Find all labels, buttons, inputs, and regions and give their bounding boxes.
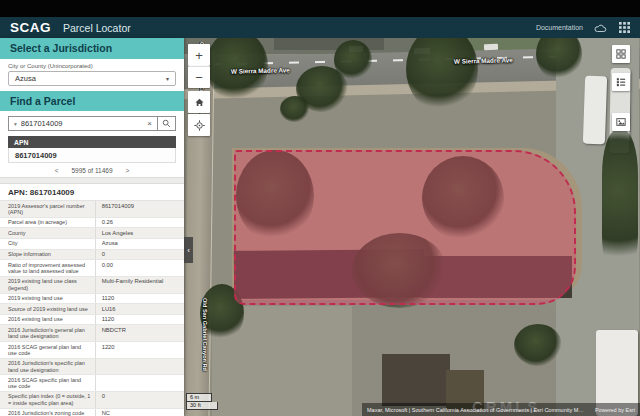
home-icon <box>194 97 205 108</box>
chevron-down-icon: ▾ <box>166 75 169 82</box>
row-value: 0 <box>96 392 184 408</box>
basemap-gallery-button[interactable] <box>612 45 630 63</box>
hedge <box>602 130 638 280</box>
next-page-button[interactable]: > <box>126 167 130 174</box>
table-row: County Los Angeles <box>0 228 184 239</box>
row-label: City <box>0 239 96 249</box>
legend-icon <box>616 77 626 87</box>
documentation-link[interactable]: Documentation <box>536 24 583 31</box>
table-row: Slope information 0 <box>0 250 184 261</box>
row-value: Los Angeles <box>96 228 184 238</box>
table-row: 2019 existing land use 1120 <box>0 294 184 305</box>
jurisdiction-selected-value: Azusa <box>15 74 36 83</box>
scale-metric: 6 m <box>186 393 212 402</box>
row-label: 2019 existing land use <box>0 294 96 304</box>
row-value: 0.00 <box>96 260 184 276</box>
row-value: Multi-Family Residential <box>96 277 184 293</box>
section-divider <box>0 177 184 184</box>
parcel-details-table: 2019 Assessor's parcel number (APN) 8617… <box>0 200 184 416</box>
table-row: Specific plan index (0 = outside, 1 = in… <box>0 392 184 409</box>
legend-button[interactable] <box>612 73 630 91</box>
jurisdiction-body: City or County (Unincorporated) Azusa ▾ <box>0 59 184 91</box>
table-row: Ratio of improvement assessed value to l… <box>0 260 184 277</box>
attribution-bar: Maxar, Microsoft | Southern California A… <box>362 403 640 416</box>
locate-button[interactable] <box>188 114 210 136</box>
row-label: Source of 2019 existing land use <box>0 304 96 314</box>
screenshot-icon <box>616 117 626 127</box>
parcel-highlight[interactable] <box>234 150 576 305</box>
result-row-apn[interactable]: 8617014009 <box>8 148 176 163</box>
jurisdiction-field-label: City or County (Unincorporated) <box>8 63 176 69</box>
row-label: 2019 Assessor's parcel number (APN) <box>0 201 96 217</box>
row-label: County <box>0 228 96 238</box>
row-label: Specific plan index (0 = outside, 1 = in… <box>0 392 96 408</box>
parcel-search-row: ▾ × <box>0 111 184 134</box>
table-row: 2016 Jurisdiction's general plan land us… <box>0 325 184 342</box>
parcel-details-title: APN: 8617014009 <box>0 184 184 200</box>
row-value: LU16 <box>96 304 184 314</box>
zoom-out-button[interactable]: − <box>188 66 210 88</box>
table-row: 2019 existing land use class (legend) Mu… <box>0 277 184 294</box>
table-row: 2019 Assessor's parcel number (APN) 8617… <box>0 201 184 218</box>
locate-icon <box>194 120 205 131</box>
row-label: 2016 existing land use <box>0 315 96 325</box>
table-row: 2016 Jurisdiction's specific plan land u… <box>0 359 184 376</box>
row-value: 1120 <box>96 315 184 325</box>
clear-search-icon[interactable]: × <box>147 120 152 128</box>
parcel-search-input[interactable] <box>21 119 144 128</box>
map-canvas[interactable]: W Sierra Madre Ave W Sierra Madre Ave Ol… <box>184 38 640 416</box>
row-label: Parcel area (in acreage) <box>0 218 96 228</box>
tree <box>406 38 478 112</box>
row-value: 1120 <box>96 294 184 304</box>
scag-logo: SCAG <box>10 20 51 35</box>
scag-parcel-locator-app: SCAG Parcel Locator Documentation Select… <box>0 0 640 416</box>
rv-trailer <box>583 76 607 145</box>
row-value: Azusa <box>96 239 184 249</box>
sidebar-collapse-button[interactable]: ‹ <box>184 237 193 263</box>
find-parcel-section-title: Find a Parcel <box>0 91 184 112</box>
basemap-icon <box>616 49 626 59</box>
pagination-status: 5995 of 11469 <box>71 167 112 174</box>
search-dropdown-caret-icon[interactable]: ▾ <box>14 121 17 127</box>
scale-imperial: 30 ft <box>186 402 218 410</box>
table-row: 2016 existing land use 1120 <box>0 315 184 326</box>
parcel-search-box[interactable]: ▾ × <box>8 116 158 131</box>
zoom-in-button[interactable]: + <box>188 44 210 66</box>
row-label: 2016 Jurisdiction's general plan land us… <box>0 325 96 341</box>
table-row: City Azusa <box>0 239 184 250</box>
street-label-canyon-bottom: Old San Gabriel Canyon Rd <box>202 298 208 398</box>
row-value <box>96 359 184 375</box>
home-button[interactable] <box>188 91 210 113</box>
row-label: 2016 Jurisdiction's zoning code <box>0 409 96 416</box>
jurisdiction-select[interactable]: Azusa ▾ <box>8 71 176 86</box>
window-top-strip <box>0 0 640 17</box>
row-value: 1220 <box>96 342 184 358</box>
row-value: NC <box>96 409 184 416</box>
header-actions: Documentation <box>536 22 630 33</box>
building-roof-bottom <box>382 354 450 406</box>
table-row: 2016 SCAG specific plan land use code <box>0 375 184 392</box>
screenshot-button[interactable] <box>612 113 630 131</box>
table-row: 2016 SCAG general plan land use code 122… <box>0 342 184 359</box>
tree <box>280 96 310 122</box>
result-column-header: APN <box>8 136 176 148</box>
row-value <box>96 375 184 391</box>
street-label-sierra-madre-left: W Sierra Madre Ave <box>231 66 290 74</box>
row-value: NBDCTR <box>96 325 184 341</box>
app-header: SCAG Parcel Locator Documentation <box>0 17 640 38</box>
row-label: 2016 SCAG general plan land use code <box>0 342 96 358</box>
vehicle <box>484 44 498 50</box>
app-title: Parcel Locator <box>63 22 131 34</box>
row-label: 2019 existing land use class (legend) <box>0 277 96 293</box>
search-button[interactable] <box>158 116 176 131</box>
jurisdiction-section-title: Select a Jurisdiction <box>0 38 184 59</box>
scale-bar: 6 m 30 ft <box>186 393 218 410</box>
cloud-icon[interactable] <box>594 23 608 33</box>
sidebar: Select a Jurisdiction City or County (Un… <box>0 38 184 416</box>
apps-grid-icon[interactable] <box>619 22 630 33</box>
table-row: Parcel area (in acreage) 0.26 <box>0 218 184 229</box>
tree <box>334 40 372 80</box>
prev-page-button[interactable]: < <box>55 167 59 174</box>
row-label: 2016 SCAG specific plan land use code <box>0 375 96 391</box>
tree <box>514 324 562 366</box>
